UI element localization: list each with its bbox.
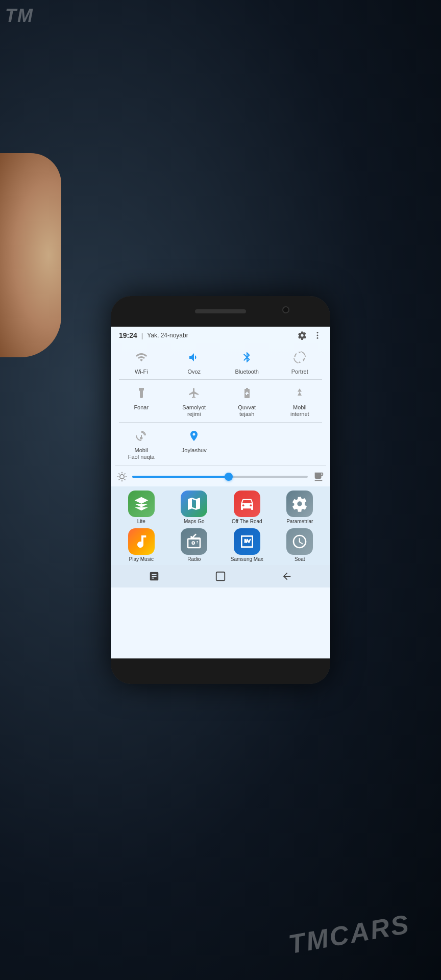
ovoz-label: Ovoz: [187, 369, 201, 375]
app-label-parametrlar: Parametrlar: [286, 519, 313, 524]
app-icon-lite: [128, 491, 155, 517]
app-label-maps-go: Maps Go: [184, 519, 205, 524]
brightness-row: [111, 467, 330, 486]
toggle-joylashuv[interactable]: Joylashuv: [171, 424, 217, 463]
more-options-icon[interactable]: [313, 331, 322, 340]
mobil-faol-label: MobilFaol nuqta: [128, 447, 155, 460]
app-item-parametrlar[interactable]: Parametrlar: [279, 491, 320, 524]
status-bar: 19:24 | Yak, 24-noyabr: [111, 327, 330, 343]
mobil-internet-label: Mobilinternet: [290, 404, 309, 418]
phone-top-bezel: [111, 296, 330, 327]
app-icon-soat: [286, 528, 313, 555]
front-camera: [282, 306, 289, 313]
partial-app-row: Lite Maps Go: [111, 488, 330, 526]
app-item-play-music[interactable]: Play Music: [121, 528, 162, 562]
bluetooth-icon: [236, 348, 258, 366]
watermark-top: TM: [5, 5, 34, 27]
phone-device: 19:24 | Yak, 24-noyabr: [111, 296, 330, 684]
toggle-mobil-faol[interactable]: MobilFaol nuqta: [118, 424, 164, 463]
joylashuv-label: Joylashuv: [182, 447, 207, 454]
wifi-icon: [130, 348, 153, 366]
partial-dock-area: Lite Maps Go: [111, 486, 330, 565]
settings-icon[interactable]: [298, 331, 307, 340]
phone-screen: 19:24 | Yak, 24-noyabr: [111, 327, 330, 658]
app-item-lite[interactable]: Lite: [121, 491, 162, 524]
navigation-bar: [111, 565, 330, 587]
brightness-low-icon: [117, 472, 127, 482]
portret-label: Portret: [291, 369, 308, 375]
bluetooth-label: Bluetooth: [235, 369, 259, 375]
brightness-thumb[interactable]: [225, 473, 233, 481]
app-item-radio[interactable]: Radio: [174, 528, 214, 562]
back-button[interactable]: [278, 567, 296, 585]
quick-toggles-section: Wi-Fi Ovoz: [111, 343, 330, 464]
location-icon: [183, 427, 205, 445]
toggle-ovoz[interactable]: Ovoz: [171, 345, 217, 378]
samolyot-label: Samolyotrejimi: [182, 404, 206, 418]
toggle-mobil-internet[interactable]: Mobilinternet: [277, 381, 323, 421]
app-icon-radio: [181, 528, 207, 555]
status-separator: |: [141, 332, 143, 339]
recent-apps-button[interactable]: [145, 567, 163, 585]
app-label-soat: Soat: [295, 556, 305, 562]
mobile-data-icon: [288, 384, 311, 402]
svg-rect-3: [216, 572, 225, 581]
quick-settings-panel: 19:24 | Yak, 24-noyabr: [111, 327, 330, 658]
app-label-lite: Lite: [137, 519, 145, 524]
toggle-row-3: MobilFaol nuqta Joylashuv: [115, 424, 326, 463]
svg-point-0: [317, 332, 318, 333]
app-icon-maps-go: [181, 491, 207, 517]
status-icons: [298, 331, 322, 340]
divider-2: [119, 422, 322, 423]
brightness-fill: [132, 476, 229, 478]
toggle-row-2: Fonar Samolyotrejimi: [115, 381, 326, 421]
toggle-wifi[interactable]: Wi-Fi: [118, 345, 164, 378]
wifi-label: Wi-Fi: [135, 369, 148, 375]
status-time-date: 19:24 | Yak, 24-noyabr: [119, 331, 188, 339]
fonar-label: Fonar: [134, 404, 149, 411]
app-label-radio: Radio: [187, 556, 201, 562]
svg-point-1: [317, 335, 318, 336]
toggle-bluetooth[interactable]: Bluetooth: [224, 345, 270, 378]
rotation-icon: [288, 348, 311, 366]
battery-saver-icon: [236, 384, 258, 402]
app-icon-parametrlar: [286, 491, 313, 517]
app-label-samsung-max: Samsung Max: [231, 556, 263, 562]
app-label-play-music: Play Music: [129, 556, 154, 562]
app-item-soat[interactable]: Soat: [279, 528, 320, 562]
status-time: 19:24: [119, 331, 137, 339]
main-app-row: Play Music Radio: [111, 526, 330, 564]
quvvat-label: Quvvattejash: [238, 404, 256, 418]
speaker-grille: [195, 309, 246, 313]
app-icon-play-music: [128, 528, 155, 555]
status-date: Yak, 24-noyabr: [147, 332, 188, 339]
toggle-quvvat[interactable]: Quvvattejash: [224, 381, 270, 421]
app-icon-off-the-road: [234, 491, 260, 517]
hotspot-icon: [130, 427, 153, 445]
home-button[interactable]: [211, 567, 230, 585]
toggle-fonar[interactable]: Fonar: [118, 381, 164, 421]
toggle-row-1: Wi-Fi Ovoz: [115, 345, 326, 378]
app-item-off-the-road[interactable]: Off The Road: [227, 491, 267, 524]
app-item-samsung-max[interactable]: Samsung Max: [227, 528, 267, 562]
hand-overlay: [0, 153, 61, 357]
toggle-portret[interactable]: Portret: [277, 345, 323, 378]
app-icon-samsung-max: [234, 528, 260, 555]
app-item-maps-go[interactable]: Maps Go: [174, 491, 214, 524]
brightness-settings-icon[interactable]: [313, 471, 324, 482]
phone-bottom-bezel: [111, 658, 330, 684]
divider-brightness: [115, 465, 326, 466]
airplane-icon: [183, 384, 205, 402]
svg-point-2: [317, 337, 318, 339]
brightness-slider[interactable]: [132, 476, 308, 478]
toggle-samolyot[interactable]: Samolyotrejimi: [171, 381, 217, 421]
volume-icon: [183, 348, 205, 366]
divider-1: [119, 379, 322, 380]
flashlight-icon: [130, 384, 153, 402]
app-label-off-the-road: Off The Road: [232, 519, 262, 524]
watermark-bottom: TMCARS: [286, 909, 412, 960]
